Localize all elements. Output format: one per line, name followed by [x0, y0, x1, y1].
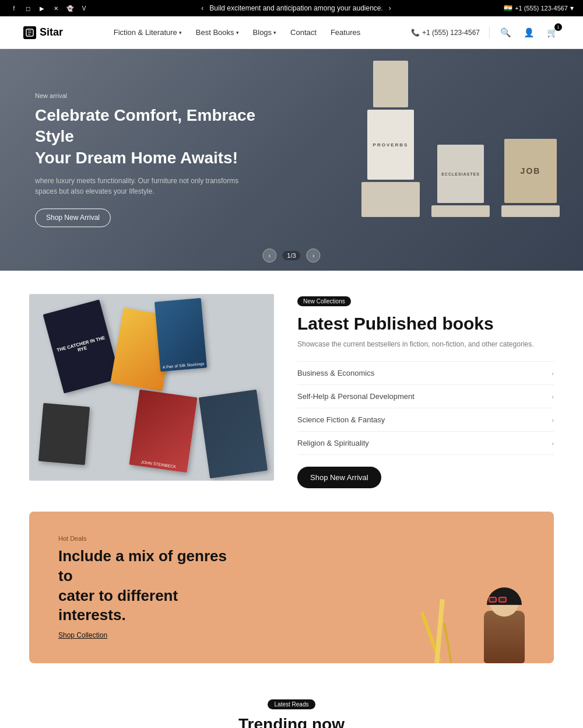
hero-book-job: JOB	[504, 139, 557, 203]
hero-section: PROVERBS ECCLESIASTES JOB New arrival Ce…	[0, 49, 583, 271]
phone-text: +1 (555) 123-4567	[422, 29, 480, 37]
hero-book-ecclesiastes: ECCLESIASTES	[437, 145, 484, 203]
latest-reads-badge: Latest Reads	[268, 699, 316, 709]
hero-title: Celebrate Comfort, Embrace StyleYour Dre…	[35, 105, 257, 169]
latest-books-content: New Collections Latest Published books S…	[297, 294, 554, 488]
region-chevron: ▾	[570, 4, 574, 12]
latest-books-title: Latest Published books	[297, 313, 554, 334]
collage-book-blue: A Pair of Silk Stockings	[154, 298, 207, 372]
main-nav: Fiction & Literature ▾ Best Books ▾ Blog…	[114, 28, 361, 37]
category-item-religion[interactable]: Religion & Spirituality ›	[297, 432, 554, 455]
prev-announcement-btn[interactable]: ‹	[201, 4, 203, 12]
char-glasses	[489, 597, 507, 603]
pedestal-ecclesiastes	[431, 205, 490, 217]
next-announcement-btn[interactable]: ›	[389, 4, 391, 12]
latest-books-image: THE CATCHER IN THE RYE A Pair of Silk St…	[29, 294, 274, 481]
vimeo-icon[interactable]: V	[79, 4, 89, 13]
category-chevron: ›	[552, 393, 554, 400]
nav-contact[interactable]: Contact	[290, 28, 317, 37]
trending-section: Latest Reads Trending now The Field Guid…	[0, 687, 583, 728]
category-label: Self-Help & Personal Development	[297, 392, 415, 401]
region-selector[interactable]: 🇮🇳 +1 (555) 123-4567 ▾	[504, 4, 574, 12]
nav-best-books-label: Best Books	[196, 28, 234, 37]
trending-header: Latest Reads Trending now	[29, 698, 554, 728]
hero-content: New arrival Celebrate Comfort, Embrace S…	[35, 92, 257, 227]
nav-features[interactable]: Features	[331, 28, 360, 37]
trending-title: Trending now	[29, 715, 554, 728]
hero-slide-indicator: 1/3	[282, 251, 300, 260]
category-label: Religion & Spirituality	[297, 439, 369, 447]
hot-deals-banner: Hot Deals Include a mix of genres tocate…	[29, 512, 554, 663]
nav-contact-label: Contact	[290, 28, 317, 37]
region-label: +1 (555) 123-4567	[515, 5, 568, 12]
cart-badge: 1	[554, 23, 562, 31]
hot-deals-content: Hot Deals Include a mix of genres tocate…	[58, 535, 233, 640]
collage-book-catcher: THE CATCHER IN THE RYE	[43, 299, 121, 393]
stationery-decoration	[429, 599, 449, 663]
account-button[interactable]: 👤	[522, 26, 536, 40]
collage-book-dark	[38, 403, 90, 466]
hero-navigation: ‹ 1/3 ›	[262, 249, 320, 262]
category-list: Business & Economics › Self-Help & Perso…	[297, 361, 554, 455]
nav-blogs-label: Blogs	[253, 28, 272, 37]
pedestal-job	[501, 205, 560, 217]
nav-fiction[interactable]: Fiction & Literature ▾	[114, 28, 182, 37]
search-button[interactable]: 🔍	[499, 26, 513, 40]
hero-prev-button[interactable]: ‹	[262, 249, 276, 262]
nav-features-label: Features	[331, 28, 360, 37]
twitter-icon[interactable]: ✕	[51, 4, 61, 13]
hero-book-small	[373, 61, 408, 107]
shop-collection-link[interactable]: Shop Collection	[58, 631, 107, 639]
flag-icon: 🇮🇳	[504, 4, 512, 12]
book-stand-ecclesiastes: ECCLESIASTES	[431, 145, 490, 217]
pen-decoration	[443, 622, 452, 663]
pedestal-proverbs	[361, 182, 420, 217]
category-label: Business & Economics	[297, 369, 374, 377]
collage-book-grey	[199, 390, 268, 479]
youtube-icon[interactable]: ▶	[37, 4, 47, 13]
nav-fiction-label: Fiction & Literature	[114, 28, 177, 37]
category-item-scifi[interactable]: Science Fiction & Fantasy ›	[297, 408, 554, 432]
site-logo[interactable]: Sitar	[23, 26, 63, 39]
announcement-text: Build excitement and anticipation among …	[209, 4, 383, 12]
book-stand-proverbs: PROVERBS	[361, 61, 420, 217]
new-collections-badge: New Collections	[297, 296, 351, 306]
logo-icon	[23, 26, 36, 39]
snapchat-icon[interactable]: 👻	[65, 4, 75, 13]
site-header: Sitar Fiction & Literature ▾ Best Books …	[0, 16, 583, 49]
char-body	[484, 611, 525, 663]
instagram-icon[interactable]: ◻	[23, 4, 33, 13]
nav-best-books[interactable]: Best Books ▾	[196, 28, 239, 37]
category-label: Science Fiction & Fantasy	[297, 415, 385, 424]
logo-text: Sitar	[40, 26, 63, 38]
collage-book-red: JOHN STEINBECK	[129, 390, 197, 473]
hot-deals-illustration	[429, 587, 531, 663]
hero-books-display: PROVERBS ECCLESIASTES JOB	[361, 61, 560, 217]
category-chevron: ›	[552, 440, 554, 447]
hot-deals-tag: Hot Deals	[58, 535, 233, 542]
facebook-icon[interactable]: f	[9, 4, 19, 13]
hero-next-button[interactable]: ›	[307, 249, 321, 262]
phone-icon: 📞	[411, 29, 420, 37]
category-item-selfhelp[interactable]: Self-Help & Personal Development ›	[297, 385, 554, 408]
announcement-bar: f ◻ ▶ ✕ 👻 V ‹ Build excitement and antic…	[0, 0, 583, 16]
social-icons: f ◻ ▶ ✕ 👻 V	[9, 4, 89, 13]
nav-best-books-chevron: ▾	[236, 30, 239, 36]
category-item-business[interactable]: Business & Economics ›	[297, 362, 554, 385]
glasses-left	[489, 597, 497, 603]
hero-cta-button[interactable]: Shop New Arrival	[35, 209, 111, 228]
book-stand-job: JOB	[501, 139, 560, 217]
header-actions: 📞 +1 (555) 123-4567 🔍 👤 🛒 1	[411, 26, 560, 40]
latest-books-description: Showcase the current bestsellers in fict…	[297, 339, 554, 349]
shop-new-arrival-button[interactable]: Shop New Arrival	[297, 467, 381, 488]
hot-deals-title: Include a mix of genres tocater to diffe…	[58, 547, 233, 625]
ruler-decoration	[434, 599, 445, 663]
nav-fiction-chevron: ▾	[179, 30, 182, 36]
hero-description: where luxury meets functionality. Our fu…	[35, 176, 257, 197]
cart-button[interactable]: 🛒 1	[546, 26, 560, 40]
nav-blogs[interactable]: Blogs ▾	[253, 28, 277, 37]
character-illustration	[478, 587, 531, 663]
phone-number[interactable]: 📞 +1 (555) 123-4567	[411, 29, 480, 37]
hero-book-proverbs: PROVERBS	[367, 110, 414, 180]
header-divider	[489, 27, 490, 38]
